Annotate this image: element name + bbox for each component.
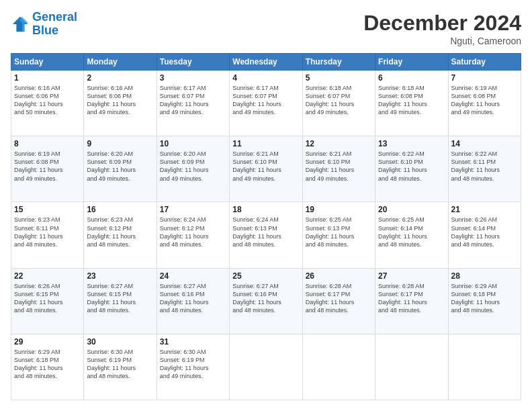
day-number: 9 — [87, 139, 153, 148]
day-info: Sunrise: 6:30 AM Sunset: 6:19 PM Dayligh… — [87, 348, 153, 381]
day-info: Sunrise: 6:27 AM Sunset: 6:15 PM Dayligh… — [87, 282, 153, 315]
day-info: Sunrise: 6:25 AM Sunset: 6:14 PM Dayligh… — [378, 216, 445, 248]
day-info: Sunrise: 6:21 AM Sunset: 6:10 PM Dayligh… — [306, 150, 372, 183]
calendar-cell: 1Sunrise: 6:16 AM Sunset: 6:06 PM Daylig… — [11, 71, 84, 136]
day-number: 20 — [378, 205, 445, 214]
day-number: 13 — [378, 139, 445, 148]
day-info: Sunrise: 6:22 AM Sunset: 6:10 PM Dayligh… — [378, 150, 445, 183]
calendar-cell: 9Sunrise: 6:20 AM Sunset: 6:09 PM Daylig… — [84, 136, 157, 202]
day-number: 24 — [160, 271, 226, 281]
calendar-cell: 7Sunrise: 6:19 AM Sunset: 6:08 PM Daylig… — [448, 71, 521, 136]
day-number: 16 — [87, 205, 153, 214]
calendar-week-2: 8Sunrise: 6:19 AM Sunset: 6:08 PM Daylig… — [11, 136, 521, 202]
subtitle: Nguti, Cameroon — [363, 36, 521, 46]
calendar-cell: 28Sunrise: 6:29 AM Sunset: 6:18 PM Dayli… — [448, 268, 521, 334]
logo-line1: General — [32, 10, 77, 24]
calendar-cell — [375, 334, 448, 400]
day-number: 5 — [306, 73, 372, 83]
calendar-week-1: 1Sunrise: 6:16 AM Sunset: 6:06 PM Daylig… — [11, 71, 521, 136]
day-number: 11 — [232, 139, 299, 148]
calendar-cell: 8Sunrise: 6:19 AM Sunset: 6:08 PM Daylig… — [11, 136, 84, 202]
day-number: 3 — [160, 73, 226, 83]
day-number: 15 — [14, 205, 81, 214]
day-number: 29 — [14, 337, 81, 347]
day-info: Sunrise: 6:23 AM Sunset: 6:11 PM Dayligh… — [14, 216, 81, 248]
day-info: Sunrise: 6:17 AM Sunset: 6:07 PM Dayligh… — [160, 84, 226, 117]
day-number: 23 — [87, 271, 153, 281]
day-info: Sunrise: 6:26 AM Sunset: 6:14 PM Dayligh… — [451, 216, 518, 248]
calendar-cell: 15Sunrise: 6:23 AM Sunset: 6:11 PM Dayli… — [11, 202, 84, 268]
calendar-week-5: 29Sunrise: 6:29 AM Sunset: 6:18 PM Dayli… — [11, 334, 521, 400]
day-info: Sunrise: 6:20 AM Sunset: 6:09 PM Dayligh… — [87, 150, 153, 183]
day-number: 12 — [306, 139, 372, 148]
day-number: 10 — [160, 139, 226, 148]
day-number: 4 — [232, 73, 299, 83]
day-number: 14 — [451, 139, 518, 148]
day-number: 1 — [14, 73, 81, 83]
calendar-table: Sunday Monday Tuesday Wednesday Thursday… — [11, 53, 521, 400]
calendar-week-4: 22Sunrise: 6:26 AM Sunset: 6:15 PM Dayli… — [11, 268, 521, 334]
calendar-cell: 25Sunrise: 6:27 AM Sunset: 6:16 PM Dayli… — [230, 268, 302, 334]
day-number: 8 — [14, 139, 81, 148]
logo-text: General Blue — [32, 11, 77, 38]
day-info: Sunrise: 6:28 AM Sunset: 6:17 PM Dayligh… — [306, 282, 372, 315]
day-info: Sunrise: 6:30 AM Sunset: 6:19 PM Dayligh… — [160, 348, 226, 381]
calendar-cell: 19Sunrise: 6:25 AM Sunset: 6:13 PM Dayli… — [302, 202, 375, 268]
day-number: 27 — [378, 271, 445, 281]
calendar-cell: 24Sunrise: 6:27 AM Sunset: 6:16 PM Dayli… — [157, 268, 229, 334]
day-number: 2 — [87, 73, 153, 83]
calendar-cell: 18Sunrise: 6:24 AM Sunset: 6:13 PM Dayli… — [230, 202, 302, 268]
page: General Blue December 2024 Nguti, Camero… — [0, 0, 532, 411]
calendar-cell: 12Sunrise: 6:21 AM Sunset: 6:10 PM Dayli… — [302, 136, 375, 202]
day-number: 31 — [160, 337, 226, 347]
calendar-cell: 20Sunrise: 6:25 AM Sunset: 6:14 PM Dayli… — [375, 202, 448, 268]
calendar-cell: 30Sunrise: 6:30 AM Sunset: 6:19 PM Dayli… — [84, 334, 157, 400]
calendar-cell — [448, 334, 521, 400]
col-wednesday: Wednesday — [230, 54, 302, 71]
day-number: 28 — [451, 271, 518, 281]
calendar-cell: 13Sunrise: 6:22 AM Sunset: 6:10 PM Dayli… — [375, 136, 448, 202]
day-info: Sunrise: 6:23 AM Sunset: 6:12 PM Dayligh… — [87, 216, 153, 248]
calendar-cell — [302, 334, 375, 400]
logo: General Blue — [11, 11, 77, 38]
col-saturday: Saturday — [448, 54, 521, 71]
calendar-cell: 4Sunrise: 6:17 AM Sunset: 6:07 PM Daylig… — [230, 71, 302, 136]
calendar-cell: 14Sunrise: 6:22 AM Sunset: 6:11 PM Dayli… — [448, 136, 521, 202]
calendar-header-row: Sunday Monday Tuesday Wednesday Thursday… — [11, 54, 521, 71]
calendar-cell: 6Sunrise: 6:18 AM Sunset: 6:08 PM Daylig… — [375, 71, 448, 136]
calendar-cell: 3Sunrise: 6:17 AM Sunset: 6:07 PM Daylig… — [157, 71, 229, 136]
day-info: Sunrise: 6:26 AM Sunset: 6:15 PM Dayligh… — [14, 282, 81, 315]
calendar-cell — [230, 334, 302, 400]
day-number: 19 — [306, 205, 372, 214]
day-number: 26 — [306, 271, 372, 281]
calendar-cell: 2Sunrise: 6:16 AM Sunset: 6:06 PM Daylig… — [84, 71, 157, 136]
day-number: 30 — [87, 337, 153, 347]
day-info: Sunrise: 6:29 AM Sunset: 6:18 PM Dayligh… — [451, 282, 518, 315]
day-number: 22 — [14, 271, 81, 281]
day-info: Sunrise: 6:18 AM Sunset: 6:08 PM Dayligh… — [378, 84, 445, 117]
day-number: 17 — [160, 205, 226, 214]
calendar-cell: 10Sunrise: 6:20 AM Sunset: 6:09 PM Dayli… — [157, 136, 229, 202]
day-number: 21 — [451, 205, 518, 214]
day-info: Sunrise: 6:28 AM Sunset: 6:17 PM Dayligh… — [378, 282, 445, 315]
title-block: December 2024 Nguti, Cameroon — [363, 11, 521, 46]
logo-icon — [11, 15, 30, 34]
calendar-cell: 26Sunrise: 6:28 AM Sunset: 6:17 PM Dayli… — [302, 268, 375, 334]
calendar-cell: 11Sunrise: 6:21 AM Sunset: 6:10 PM Dayli… — [230, 136, 302, 202]
col-tuesday: Tuesday — [157, 54, 229, 71]
calendar-cell: 27Sunrise: 6:28 AM Sunset: 6:17 PM Dayli… — [375, 268, 448, 334]
header: General Blue December 2024 Nguti, Camero… — [11, 11, 521, 46]
day-info: Sunrise: 6:18 AM Sunset: 6:07 PM Dayligh… — [306, 84, 372, 117]
col-monday: Monday — [84, 54, 157, 71]
calendar-cell: 17Sunrise: 6:24 AM Sunset: 6:12 PM Dayli… — [157, 202, 229, 268]
calendar-cell: 22Sunrise: 6:26 AM Sunset: 6:15 PM Dayli… — [11, 268, 84, 334]
calendar-week-3: 15Sunrise: 6:23 AM Sunset: 6:11 PM Dayli… — [11, 202, 521, 268]
calendar-cell: 21Sunrise: 6:26 AM Sunset: 6:14 PM Dayli… — [448, 202, 521, 268]
col-friday: Friday — [375, 54, 448, 71]
day-info: Sunrise: 6:27 AM Sunset: 6:16 PM Dayligh… — [232, 282, 299, 315]
day-info: Sunrise: 6:19 AM Sunset: 6:08 PM Dayligh… — [451, 84, 518, 117]
day-info: Sunrise: 6:16 AM Sunset: 6:06 PM Dayligh… — [87, 84, 153, 117]
calendar-cell: 16Sunrise: 6:23 AM Sunset: 6:12 PM Dayli… — [84, 202, 157, 268]
day-info: Sunrise: 6:19 AM Sunset: 6:08 PM Dayligh… — [14, 150, 81, 183]
day-number: 6 — [378, 73, 445, 83]
